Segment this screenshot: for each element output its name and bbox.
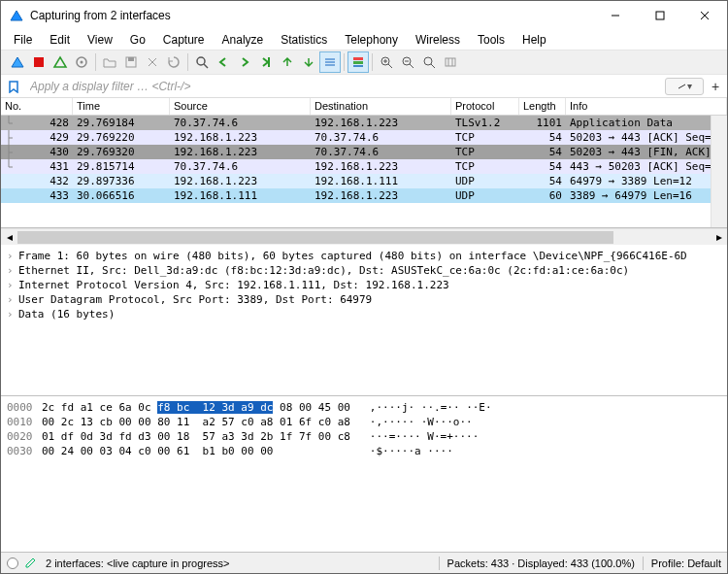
- col-source[interactable]: Source: [170, 98, 311, 115]
- zoom-reset-button[interactable]: [418, 51, 440, 73]
- go-forward-button[interactable]: [234, 51, 255, 73]
- status-packets: Packets: 433 · Displayed: 433 (100.0%): [447, 557, 635, 569]
- find-packet-button[interactable]: [191, 51, 213, 73]
- svg-rect-1: [656, 12, 664, 19]
- svg-rect-8: [128, 57, 134, 61]
- packet-list-pane: No. Time Source Destination Protocol Len…: [1, 98, 727, 228]
- window-controls: [593, 1, 727, 30]
- related-packet-icon: [1, 188, 15, 203]
- menu-statistics[interactable]: Statistics: [274, 31, 334, 49]
- save-file-button[interactable]: [120, 51, 142, 73]
- go-to-packet-button[interactable]: [255, 51, 277, 73]
- col-destination[interactable]: Destination: [311, 98, 451, 115]
- open-file-button[interactable]: [99, 51, 120, 73]
- menu-capture[interactable]: Capture: [156, 31, 212, 49]
- vertical-scrollbar[interactable]: [711, 116, 727, 227]
- edit-capture-comment-icon[interactable]: [24, 556, 38, 571]
- expand-icon[interactable]: ›: [7, 250, 18, 262]
- col-info[interactable]: Info: [566, 98, 727, 115]
- packet-row[interactable]: 42929.769220192.168.1.22370.37.74.6TCP54…: [1, 130, 727, 145]
- toolbar-separator: [187, 53, 188, 71]
- maximize-button[interactable]: [638, 1, 682, 30]
- svg-rect-29: [446, 58, 455, 66]
- filter-expression-button[interactable]: ▾: [665, 78, 704, 95]
- svg-point-27: [424, 57, 432, 65]
- go-first-button[interactable]: [277, 51, 298, 73]
- menu-telephony[interactable]: Telephony: [338, 31, 405, 49]
- capture-options-button[interactable]: [71, 51, 92, 73]
- close-button[interactable]: [682, 1, 727, 30]
- minimize-button[interactable]: [593, 1, 638, 30]
- col-time[interactable]: Time: [73, 98, 170, 115]
- zoom-in-button[interactable]: [376, 51, 397, 73]
- reload-button[interactable]: [163, 51, 184, 73]
- stop-capture-button[interactable]: [28, 51, 50, 73]
- expand-icon[interactable]: ›: [7, 308, 18, 321]
- col-protocol[interactable]: Protocol: [451, 98, 519, 115]
- menubar: File Edit View Go Capture Analyze Statis…: [1, 30, 727, 50]
- packet-row[interactable]: 43229.897336192.168.1.223192.168.1.111UD…: [1, 174, 727, 188]
- horizontal-scrollbar[interactable]: ◂ ▸: [1, 228, 727, 245]
- col-length[interactable]: Length: [519, 98, 566, 115]
- svg-rect-4: [34, 57, 44, 67]
- svg-point-6: [81, 61, 83, 64]
- packet-row[interactable]: 43330.066516192.168.1.111192.168.1.223UD…: [1, 188, 727, 203]
- status-separator: [439, 557, 440, 570]
- packet-list-header: No. Time Source Destination Protocol Len…: [1, 98, 727, 116]
- expand-icon[interactable]: ›: [7, 279, 18, 291]
- window-title: Capturing from 2 interfaces: [30, 9, 593, 22]
- zoom-out-button[interactable]: [397, 51, 418, 73]
- menu-view[interactable]: View: [81, 31, 119, 49]
- close-file-button[interactable]: [142, 51, 163, 73]
- related-packet-icon: [1, 174, 15, 188]
- menu-edit[interactable]: Edit: [43, 31, 77, 49]
- start-capture-button[interactable]: [7, 51, 28, 73]
- svg-rect-19: [353, 65, 363, 67]
- menu-tools[interactable]: Tools: [471, 31, 512, 49]
- detail-line[interactable]: User Datagram Protocol, Src Port: 3389, …: [18, 293, 372, 306]
- bookmark-icon[interactable]: [5, 78, 22, 95]
- status-left: 2 interfaces: <live capture in progress>: [46, 557, 431, 569]
- packet-row[interactable]: 42829.76918470.37.74.6192.168.1.223TLSv1…: [1, 116, 727, 130]
- packet-list-body[interactable]: 42829.76918470.37.74.6192.168.1.223TLSv1…: [1, 116, 727, 203]
- expert-info-button[interactable]: [7, 557, 18, 569]
- resize-columns-button[interactable]: [440, 51, 461, 73]
- filter-add-button[interactable]: +: [708, 78, 723, 95]
- menu-wireless[interactable]: Wireless: [409, 31, 467, 49]
- svg-line-28: [431, 64, 435, 68]
- menu-analyze[interactable]: Analyze: [215, 31, 271, 49]
- related-packet-icon: [1, 130, 15, 145]
- scroll-right-button[interactable]: ▸: [711, 229, 727, 246]
- menu-file[interactable]: File: [7, 31, 39, 49]
- detail-line[interactable]: Internet Protocol Version 4, Src: 192.16…: [18, 279, 449, 291]
- app-icon: [9, 8, 24, 23]
- detail-line[interactable]: Data (16 bytes): [18, 308, 115, 321]
- go-back-button[interactable]: [213, 51, 234, 73]
- expand-icon[interactable]: ›: [7, 293, 18, 306]
- detail-line[interactable]: Ethernet II, Src: Dell_3d:a9:dc (f8:bc:1…: [18, 264, 629, 277]
- status-profile[interactable]: Profile: Default: [651, 557, 721, 569]
- colorize-button[interactable]: [347, 51, 369, 73]
- toolbar: [1, 50, 727, 75]
- toolbar-separator: [372, 53, 373, 71]
- packet-details-pane[interactable]: ›Frame 1: 60 bytes on wire (480 bits), 6…: [1, 245, 727, 396]
- scroll-left-button[interactable]: ◂: [1, 229, 17, 246]
- svg-rect-18: [353, 61, 363, 64]
- auto-scroll-button[interactable]: [319, 51, 341, 73]
- toolbar-separator: [344, 53, 345, 71]
- packet-bytes-pane[interactable]: 00002c fd a1 ce 6a 0c f8 bc 12 3d a9 dc …: [1, 396, 727, 552]
- menu-help[interactable]: Help: [515, 31, 553, 49]
- packet-row[interactable]: 43029.769320192.168.1.22370.37.74.6TCP54…: [1, 145, 727, 159]
- status-separator: [643, 557, 644, 570]
- menu-go[interactable]: Go: [123, 31, 152, 49]
- expand-icon[interactable]: ›: [7, 264, 18, 277]
- svg-line-25: [410, 64, 414, 68]
- related-packet-icon: [1, 145, 15, 159]
- restart-capture-button[interactable]: [50, 51, 71, 73]
- col-no[interactable]: No.: [1, 98, 73, 115]
- go-last-button[interactable]: [298, 51, 319, 73]
- filter-bar: ▾ +: [1, 75, 727, 98]
- packet-row[interactable]: 43129.81571470.37.74.6192.168.1.223TCP54…: [1, 159, 727, 174]
- detail-line[interactable]: Frame 1: 60 bytes on wire (480 bits), 60…: [18, 250, 687, 262]
- display-filter-input[interactable]: [26, 78, 661, 95]
